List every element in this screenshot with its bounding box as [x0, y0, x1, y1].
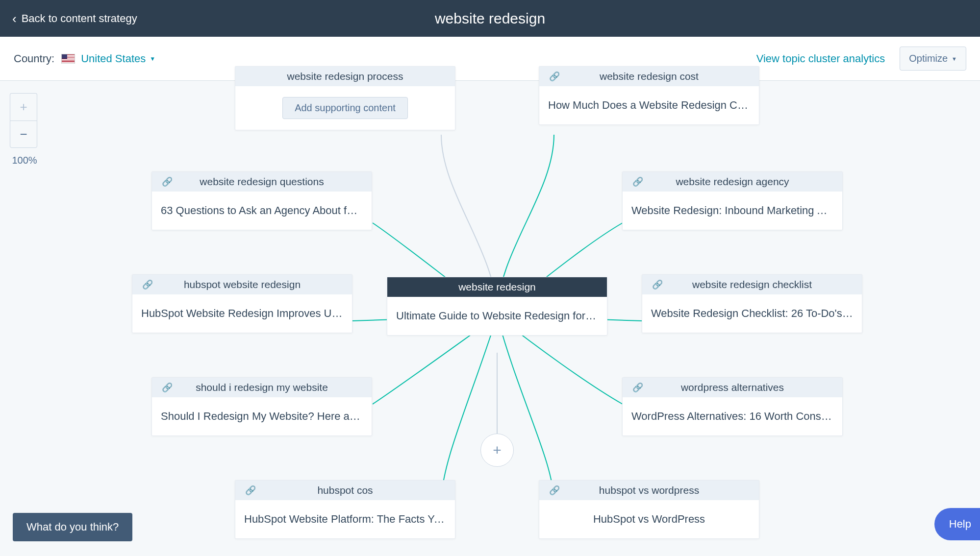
node-should-i-redesign[interactable]: 🔗 should i redesign my website Should I …: [151, 377, 372, 436]
country-dropdown[interactable]: United States ▼: [81, 52, 155, 65]
node-body: 63 Questions to Ask an Agency About for …: [152, 192, 372, 230]
add-subtopic-button[interactable]: +: [480, 434, 514, 467]
back-to-content-strategy[interactable]: ‹ Back to content strategy: [12, 12, 137, 25]
zoom-controls: + − 100%: [10, 93, 39, 166]
view-analytics-link[interactable]: View topic cluster analytics: [756, 52, 885, 65]
node-body: Website Redesign: Inbound Marketing Ag…: [623, 192, 842, 230]
node-website-redesign-cost[interactable]: 🔗 website redesign cost How Much Does a …: [539, 66, 759, 125]
add-supporting-content-button[interactable]: Add supporting content: [282, 97, 408, 119]
node-hubspot-vs-wordpress[interactable]: 🔗 hubspot vs wordpress HubSpot vs WordPr…: [539, 480, 759, 539]
chevron-left-icon: ‹: [12, 12, 17, 25]
page-title: website redesign: [435, 10, 545, 27]
node-head: 🔗 wordpress alternatives: [623, 378, 842, 397]
country-value: United States: [81, 52, 146, 65]
node-wordpress-alternatives[interactable]: 🔗 wordpress alternatives WordPress Alter…: [622, 377, 843, 436]
node-website-redesign-agency[interactable]: 🔗 website redesign agency Website Redesi…: [622, 171, 843, 230]
zoom-in-button[interactable]: +: [10, 93, 37, 121]
node-head: 🔗 website redesign agency: [623, 172, 842, 192]
node-body: HubSpot vs WordPress: [539, 500, 759, 538]
node-body: HubSpot Website Platform: The Facts You …: [235, 500, 455, 538]
link-icon: 🔗: [652, 279, 663, 290]
back-label: Back to content strategy: [22, 12, 137, 25]
link-icon: 🔗: [245, 485, 256, 496]
zoom-out-button[interactable]: −: [10, 121, 37, 148]
node-head: 🔗 website redesign cost: [539, 67, 759, 86]
zoom-level: 100%: [10, 155, 39, 166]
sub-toolbar: Country: United States ▼ View topic clus…: [0, 37, 980, 81]
cluster-canvas[interactable]: + − 100% website redesign Ultimate Guide…: [0, 81, 980, 556]
node-hubspot-cos[interactable]: 🔗 hubspot cos HubSpot Website Platform: …: [235, 480, 455, 539]
node-head: 🔗 website redesign checklist: [642, 275, 862, 294]
link-icon: 🔗: [162, 176, 173, 187]
node-head: 🔗 website redesign questions: [152, 172, 372, 192]
feedback-button[interactable]: What do you think?: [13, 513, 132, 541]
node-body: HubSpot Website Redesign Improves UX, …: [132, 294, 352, 333]
link-icon: 🔗: [632, 382, 643, 393]
node-body: Website Redesign Checklist: 26 To-Do's B…: [642, 294, 862, 333]
link-icon: 🔗: [632, 176, 643, 187]
pillar-head: website redesign: [387, 277, 607, 297]
country-label: Country:: [14, 52, 54, 65]
node-website-redesign-questions[interactable]: 🔗 website redesign questions 63 Question…: [151, 171, 372, 230]
node-head: website redesign process: [235, 67, 455, 86]
optimize-dropdown[interactable]: Optimize ▼: [900, 47, 966, 71]
app-header: ‹ Back to content strategy website redes…: [0, 0, 980, 37]
pillar-body: Ultimate Guide to Website Redesign for B…: [387, 297, 607, 335]
link-icon: 🔗: [549, 71, 560, 82]
link-icon: 🔗: [549, 485, 560, 496]
node-head: 🔗 should i redesign my website: [152, 378, 372, 397]
us-flag-icon: [61, 54, 75, 64]
help-button[interactable]: Help: [934, 508, 980, 540]
node-head: 🔗 hubspot vs wordpress: [539, 481, 759, 500]
node-body: How Much Does a Website Redesign Cost?: [539, 86, 759, 124]
chevron-down-icon: ▼: [952, 56, 957, 62]
link-icon: 🔗: [142, 279, 153, 290]
node-website-redesign-checklist[interactable]: 🔗 website redesign checklist Website Red…: [642, 274, 862, 333]
optimize-label: Optimize: [909, 53, 948, 64]
link-icon: 🔗: [162, 382, 173, 393]
country-selector: Country: United States ▼: [14, 52, 155, 65]
node-website-redesign-process[interactable]: website redesign process Add supporting …: [235, 66, 455, 130]
node-body: Should I Redesign My Website? Here are …: [152, 397, 372, 435]
chevron-down-icon: ▼: [150, 55, 155, 62]
node-head: 🔗 hubspot cos: [235, 481, 455, 500]
node-body: WordPress Alternatives: 16 Worth Consid…: [623, 397, 842, 435]
pillar-node[interactable]: website redesign Ultimate Guide to Websi…: [387, 277, 607, 336]
node-hubspot-website-redesign[interactable]: 🔗 hubspot website redesign HubSpot Websi…: [132, 274, 352, 333]
node-head: 🔗 hubspot website redesign: [132, 275, 352, 294]
